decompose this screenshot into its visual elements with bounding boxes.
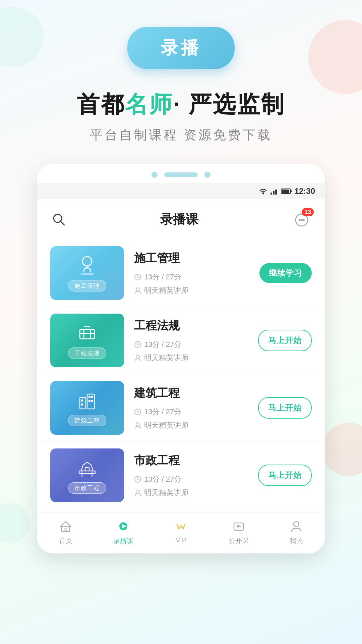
status-bar: 12:30 (37, 183, 325, 199)
user-icon (134, 489, 141, 496)
app-header: 录播课 13 (37, 199, 325, 236)
course-info: 建筑工程 13分 / 27分 明天精英讲师 (134, 385, 248, 430)
nav-label-open: 公开课 (229, 536, 249, 545)
course-action-area: 马上开始 (258, 397, 312, 419)
course-thumb-label: 工程法规 (68, 347, 106, 359)
status-icons: 12:30 (258, 186, 315, 196)
course-info: 施工管理 13分 / 27分 明天精英讲师 (134, 251, 249, 296)
course-info: 市政工程 13分 / 27分 明天精英讲师 (134, 453, 248, 498)
start-button[interactable]: 马上开始 (258, 397, 312, 419)
course-thumb-label: 施工管理 (68, 280, 106, 291)
course-thumbnail: 建筑工程 (50, 381, 124, 435)
nav-label-vip: VIP (176, 536, 186, 544)
nav-label-record: 录播课 (113, 536, 133, 545)
svg-rect-32 (88, 400, 90, 402)
nav-icon-record (115, 518, 131, 534)
start-button[interactable]: 马上开始 (258, 465, 312, 486)
course-thumb-icon (76, 389, 98, 411)
course-item-2[interactable]: 工程法规 工程法规 13分 / 27分 明天精英讲师 马上开始 (37, 307, 325, 374)
course-name: 工程法规 (134, 318, 248, 333)
course-thumbnail: 工程法规 (50, 314, 124, 367)
svg-rect-6 (282, 190, 289, 193)
svg-line-16 (138, 277, 139, 278)
course-duration: 13分 / 27分 (134, 272, 249, 282)
svg-rect-33 (91, 400, 93, 402)
svg-line-36 (138, 412, 139, 413)
course-teacher: 明天精英讲师 (134, 285, 249, 296)
svg-point-25 (136, 355, 139, 359)
course-duration: 13分 / 27分 (134, 474, 248, 484)
course-duration: 13分 / 27分 (134, 339, 248, 350)
signal-icon (270, 188, 279, 195)
svg-point-37 (136, 423, 139, 426)
user-icon (134, 354, 141, 362)
tagline-highlight: 名师 (125, 91, 173, 117)
svg-point-12 (303, 219, 305, 221)
nav-label-mine: 我的 (290, 536, 303, 545)
course-teacher: 明天精英讲师 (134, 488, 248, 498)
course-name: 市政工程 (134, 453, 248, 468)
dot-right (204, 172, 210, 178)
dot-center (164, 172, 198, 177)
clock-icon (134, 408, 141, 416)
start-button[interactable]: 马上开始 (258, 330, 312, 351)
course-teacher: 明天精英讲师 (134, 353, 248, 363)
course-thumbnail: 施工管理 (50, 246, 124, 300)
clock-icon (134, 476, 141, 483)
svg-point-0 (262, 193, 264, 195)
course-info: 工程法规 13分 / 27分 明天精英讲师 (134, 318, 248, 363)
svg-rect-2 (273, 191, 275, 195)
svg-rect-26 (80, 397, 86, 409)
svg-rect-31 (91, 396, 93, 398)
phone-mockup: 12:30 录播课 13 (37, 164, 325, 553)
svg-rect-39 (81, 471, 83, 477)
svg-line-8 (61, 221, 64, 225)
tagline: 首都名师· 严选监制 (77, 89, 285, 120)
course-thumb-label: 建筑工程 (68, 415, 106, 426)
svg-rect-30 (88, 396, 90, 398)
nav-icon-mine (288, 518, 304, 534)
user-icon (134, 287, 141, 294)
svg-point-10 (299, 219, 301, 221)
clock-icon (134, 273, 141, 281)
course-item-3[interactable]: 建筑工程 建筑工程 13分 / 27分 明天精英讲师 马上开始 (37, 374, 325, 442)
tagline-prefix: 首都 (77, 91, 125, 117)
nav-item-open[interactable]: 公开课 (210, 518, 267, 545)
battery-icon (281, 188, 292, 194)
bottom-nav: 首页 录播课 VIP 公开课 我的 (37, 513, 325, 553)
course-thumb-icon (76, 255, 98, 276)
nav-icon-open (231, 518, 247, 534)
nav-icon-home (58, 518, 74, 534)
course-teacher: 明天精英讲师 (134, 420, 248, 430)
svg-point-13 (82, 257, 92, 266)
nav-item-home[interactable]: 首页 (37, 518, 95, 545)
svg-point-54 (294, 522, 299, 527)
course-item-4[interactable]: 市政工程 市政工程 13分 / 27分 明天精英讲师 马上开始 (37, 442, 325, 509)
message-button[interactable]: 13 (292, 209, 312, 229)
search-button[interactable] (50, 211, 67, 228)
course-name: 建筑工程 (134, 385, 248, 401)
tagline-suffix: · 严选监制 (173, 91, 285, 117)
app-title: 录播课 (160, 211, 198, 228)
user-icon (134, 422, 141, 429)
nav-label-home: 首页 (59, 536, 72, 545)
svg-line-46 (138, 479, 139, 480)
dot-left (152, 172, 158, 178)
wifi-icon (258, 188, 268, 195)
course-thumb-icon (76, 322, 98, 343)
course-item-1[interactable]: 施工管理 施工管理 13分 / 27分 明天精英讲师 继续学习 (37, 239, 325, 307)
record-button[interactable]: 录播 (127, 27, 235, 69)
svg-rect-43 (85, 468, 89, 471)
svg-rect-18 (80, 329, 95, 339)
clock-icon (134, 341, 141, 348)
svg-rect-27 (87, 394, 95, 409)
nav-item-record[interactable]: 录播课 (95, 518, 152, 545)
nav-item-mine[interactable]: 我的 (267, 518, 325, 545)
search-icon (52, 212, 66, 226)
svg-rect-1 (270, 193, 272, 195)
svg-point-11 (301, 219, 303, 221)
nav-item-vip[interactable]: VIP (152, 518, 210, 545)
course-list: 施工管理 施工管理 13分 / 27分 明天精英讲师 继续学习 工程法规 工程法… (37, 236, 325, 513)
continue-button[interactable]: 继续学习 (259, 263, 312, 283)
svg-point-17 (136, 288, 139, 291)
